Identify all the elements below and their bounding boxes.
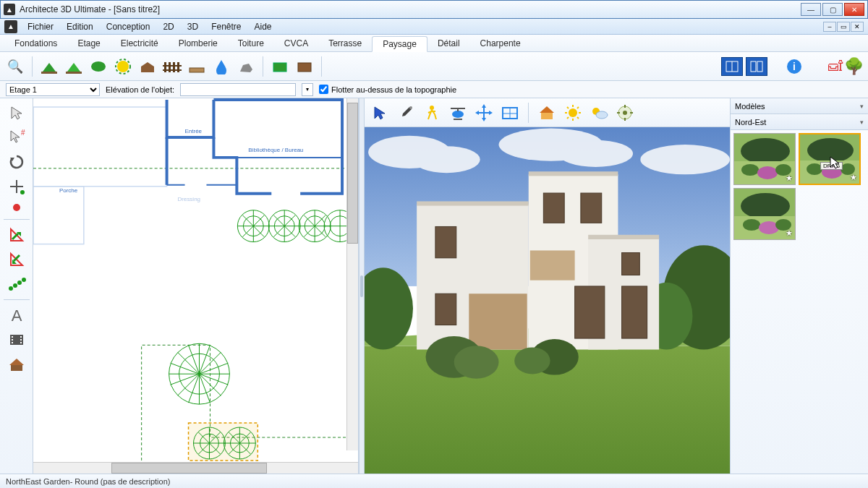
floorplan3d-icon[interactable] — [499, 102, 521, 124]
floor-select[interactable]: Etage 1 — [6, 83, 100, 96]
mdi-minimize[interactable]: – — [823, 22, 836, 32]
favorite-star-icon[interactable]: ★ — [786, 174, 793, 183]
house3d-icon[interactable] — [536, 102, 558, 124]
info-icon[interactable]: i — [783, 56, 805, 77]
select-arrow-icon[interactable] — [4, 101, 30, 124]
svg-point-137 — [640, 145, 730, 174]
svg-rect-18 — [298, 63, 311, 72]
svg-rect-151 — [543, 193, 564, 223]
house-tool-icon[interactable] — [4, 353, 30, 376]
rotate-icon[interactable] — [4, 150, 30, 174]
svg-point-160 — [454, 346, 499, 378]
grass-patch-icon[interactable] — [38, 56, 60, 77]
settings3d-icon[interactable] — [614, 102, 636, 124]
thumb-garden-2-selected[interactable]: DRAG ★ — [799, 133, 861, 185]
mdi-restore[interactable]: ▭ — [837, 22, 850, 32]
elevation-dropdown-icon[interactable]: ▾ — [302, 83, 313, 96]
elevation-input[interactable] — [180, 83, 296, 96]
weather-icon[interactable] — [588, 102, 610, 124]
sidebar-header-models[interactable]: Modèles▾ — [731, 98, 868, 114]
svg-point-162 — [514, 347, 550, 374]
view-mode-a-button[interactable] — [721, 57, 743, 76]
app-icon-small: ▲ — [4, 20, 17, 33]
float-topography-check[interactable] — [319, 85, 328, 94]
svg-point-37 — [17, 281, 22, 285]
view3d-canvas[interactable] — [365, 127, 730, 474]
thumb-garden-3[interactable]: ★ — [733, 188, 796, 240]
menu-fenetre[interactable]: Fenêtre — [205, 20, 247, 33]
plot-brown-icon[interactable] — [294, 56, 315, 77]
arrow-out-green-icon[interactable] — [4, 248, 30, 271]
grass-patch-alt-icon[interactable] — [63, 56, 85, 77]
menu-3d[interactable]: 3D — [182, 20, 204, 33]
tree-library-icon[interactable]: 🌳 — [844, 57, 864, 76]
leaf-icon[interactable] — [88, 56, 109, 77]
plot-green-icon[interactable] — [269, 56, 291, 77]
svg-point-35 — [9, 286, 13, 291]
menu-fichier[interactable]: Fichier — [22, 20, 59, 33]
svg-rect-17 — [273, 63, 286, 72]
tab-charpente[interactable]: Charpente — [470, 36, 531, 51]
tab-detail[interactable]: Détail — [427, 36, 470, 51]
svg-point-166 — [741, 164, 759, 176]
svg-point-115 — [569, 108, 577, 117]
plan-scroll-horizontal[interactable] — [33, 462, 358, 474]
menu-2d[interactable]: 2D — [157, 20, 179, 33]
tab-terrasse[interactable]: Terrasse — [318, 36, 372, 51]
select-snap-icon[interactable]: # — [4, 126, 30, 149]
arrow-in-green-icon[interactable] — [4, 223, 30, 247]
water-icon[interactable] — [210, 56, 232, 77]
label-biblio: Bibliothèque / Bureau — [248, 147, 303, 153]
favorite-star-icon[interactable]: ★ — [786, 228, 793, 238]
svg-rect-42 — [12, 339, 13, 341]
status-bar: NorthEast Garden- Round (pas de descript… — [0, 474, 868, 488]
view-mode-b-button[interactable] — [746, 57, 767, 76]
splitter[interactable] — [359, 98, 365, 474]
floorplan-canvas[interactable]: Porche Entrée Bibliothèque / Bureau Dres… — [33, 98, 358, 462]
red-dot-icon[interactable] — [4, 200, 30, 215]
svg-marker-2 — [67, 63, 80, 72]
planting-row-icon[interactable] — [4, 273, 30, 296]
text-tool-icon[interactable]: A — [4, 304, 30, 327]
film-icon[interactable] — [4, 328, 30, 351]
tab-paysage[interactable]: Paysage — [372, 36, 427, 52]
svg-rect-148 — [588, 235, 659, 239]
tab-plomberie[interactable]: Plomberie — [169, 36, 228, 51]
zoom-icon[interactable]: 🔍 — [4, 56, 26, 77]
close-button[interactable]: ✕ — [844, 3, 864, 16]
shed-icon[interactable] — [137, 56, 158, 77]
svg-rect-46 — [20, 342, 22, 343]
edging-icon[interactable] — [186, 56, 208, 77]
menu-conception[interactable]: Conception — [101, 20, 156, 33]
sun-yellow-icon[interactable] — [112, 56, 134, 77]
maximize-button[interactable]: ▢ — [822, 3, 843, 16]
plan-scroll-vertical[interactable] — [346, 98, 358, 450]
tab-etage[interactable]: Etage — [67, 36, 110, 51]
svg-rect-44 — [20, 336, 22, 338]
menu-aide[interactable]: Aide — [248, 20, 277, 33]
svg-line-120 — [567, 107, 569, 108]
favorite-star-icon[interactable]: ★ — [850, 173, 857, 182]
sun-icon[interactable] — [562, 102, 584, 124]
tab-electricite[interactable]: Electricité — [111, 36, 169, 51]
svg-marker-16 — [240, 64, 252, 72]
orbit-icon[interactable] — [473, 102, 495, 124]
thumb-garden-1[interactable]: ★ — [733, 133, 796, 185]
minimize-button[interactable]: — — [801, 3, 821, 16]
mdi-close[interactable]: ✕ — [851, 22, 864, 32]
tab-toiture[interactable]: Toiture — [228, 36, 274, 51]
sidebar-header-group[interactable]: Nord-Est▾ — [731, 114, 868, 130]
eyedropper-icon[interactable] — [395, 102, 417, 124]
menu-edition[interactable]: Edition — [61, 20, 99, 33]
tab-cvca[interactable]: CVCA — [274, 36, 318, 51]
tab-fondations[interactable]: Fondations — [4, 36, 67, 51]
helicopter-icon[interactable] — [447, 102, 469, 124]
float-topography-checkbox[interactable]: Flotter au-dessus de la topographie — [319, 85, 456, 94]
sofa-icon[interactable]: 🛋 — [828, 58, 843, 74]
rock-icon[interactable] — [235, 56, 257, 77]
svg-point-127 — [623, 111, 627, 115]
walk-icon[interactable] — [421, 102, 443, 124]
fence-icon[interactable] — [161, 56, 183, 77]
move-icon[interactable] — [4, 175, 30, 198]
select3d-icon[interactable] — [369, 102, 391, 124]
